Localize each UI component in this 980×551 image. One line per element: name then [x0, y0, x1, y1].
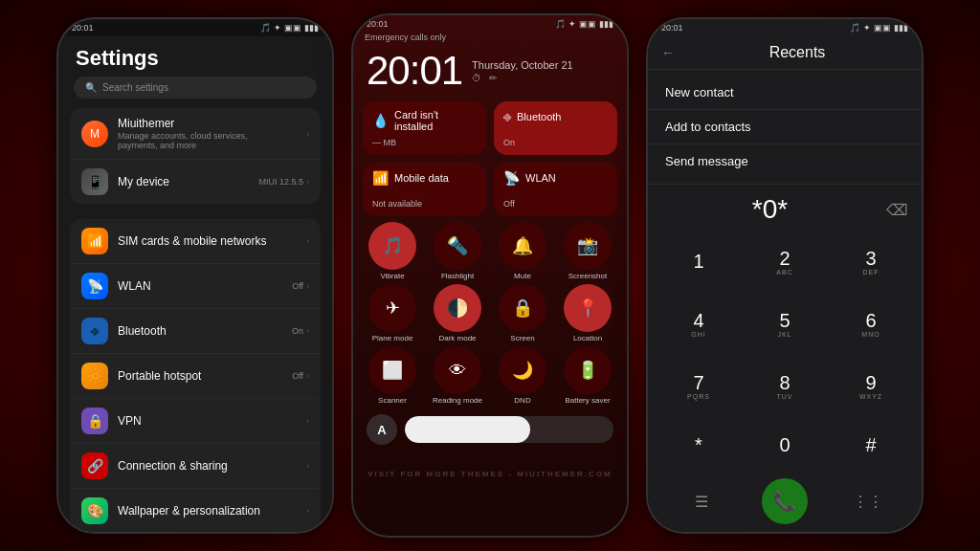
account-item[interactable]: M Miuithemer Manage accounts, cloud serv…	[70, 108, 321, 160]
key-9[interactable]: 9WXYZ	[828, 355, 914, 417]
status-icons-left: 🎵 ✦ ▣▣ ▮▮▮	[260, 23, 319, 33]
reading-btn[interactable]: 👁	[434, 346, 481, 394]
my-device-item[interactable]: 📱 My device MIUI 12.5.5 ›	[70, 160, 321, 204]
location-item: 📍 Location	[558, 284, 617, 342]
bluetooth-label: Bluetooth	[118, 324, 282, 338]
key-4[interactable]: 4GHI	[656, 293, 742, 355]
settings-phone: 20:01 🎵 ✦ ▣▣ ▮▮▮ Settings 🔍 Search setti…	[56, 17, 334, 534]
key-5[interactable]: 5JKL	[742, 293, 828, 355]
brightness-track[interactable]	[405, 416, 613, 443]
screenshot-btn[interactable]: 📸	[564, 222, 612, 270]
wlan-item[interactable]: 📡 WLAN Off›	[70, 264, 321, 309]
dialer-number: *0*	[661, 194, 879, 225]
key-1[interactable]: 1	[656, 231, 742, 293]
mute-btn[interactable]: 🔔	[499, 222, 546, 270]
settings-screen: Settings 🔍 Search settings M Miuithemer …	[58, 36, 332, 532]
flashlight-label: Flashlight	[441, 272, 474, 280]
darkmode-btn[interactable]: 🌓	[434, 284, 481, 332]
data-tile-sub: — MB	[372, 138, 477, 147]
dnd-label: DND	[514, 396, 530, 405]
mute-item: 🔔 Mute	[493, 222, 552, 280]
key-6[interactable]: 6MNO	[828, 293, 914, 355]
call-button[interactable]: 📞	[762, 478, 808, 524]
vpn-icon: 🔒	[81, 408, 108, 434]
reading-item: 👁 Reading mode	[428, 346, 487, 405]
status-bar-right: 20:01 🎵 ✦ ▣▣ ▮▮▮	[648, 19, 922, 36]
battery-btn[interactable]: 🔋	[564, 346, 612, 394]
cc-tile-bluetooth[interactable]: ⎆ Bluetooth On	[494, 101, 617, 155]
send-message-option[interactable]: Send message	[648, 144, 922, 178]
reading-label: Reading mode	[433, 396, 482, 405]
brightness-a-icon[interactable]: A	[367, 414, 397, 445]
device-text: My device	[118, 175, 249, 188]
wlan-tile-icon: 📡	[503, 170, 520, 186]
key-8[interactable]: 8TUV	[742, 355, 828, 417]
sim-item[interactable]: 📶 SIM cards & mobile networks ›	[70, 219, 321, 264]
recents-title: Recents	[686, 44, 908, 61]
flashlight-item: 🔦 Flashlight	[428, 222, 487, 280]
dnd-item: 🌙 DND	[493, 346, 552, 405]
flashlight-btn[interactable]: 🔦	[434, 222, 481, 270]
account-text: Miuithemer Manage accounts, cloud servic…	[118, 117, 297, 150]
account-sub: Manage accounts, cloud services,payments…	[118, 131, 297, 150]
search-bar[interactable]: 🔍 Search settings	[74, 77, 317, 99]
location-btn[interactable]: 📍	[564, 284, 612, 332]
key-hash[interactable]: #	[828, 417, 914, 473]
wallpaper-item[interactable]: 🎨 Wallpaper & personalization ›	[70, 489, 321, 532]
hotspot-item[interactable]: 🔆 Portable hotspot Off›	[70, 354, 321, 399]
scanner-label: Scanner	[378, 396, 407, 405]
connection-icon: 🔗	[81, 452, 108, 479]
cc-tile-data[interactable]: 💧 Card isn't installed — MB	[363, 101, 486, 155]
back-button[interactable]: ←	[661, 45, 675, 60]
bluetooth-tile-icon: ⎆	[503, 109, 511, 124]
key-star[interactable]: *	[656, 417, 742, 473]
key-7[interactable]: 7PQRS	[656, 355, 742, 417]
watermark: VISIT FOR MORE THEMES - MIUITHEMER.COM	[353, 470, 627, 478]
connection-text: Connection & sharing	[118, 459, 297, 473]
dialer-phone: 20:01 🎵 ✦ ▣▣ ▮▮▮ ← Recents New contact A…	[646, 17, 924, 534]
cc-tile-wlan[interactable]: 📡 WLAN Off	[494, 163, 617, 216]
add-to-contacts-option[interactable]: Add to contacts	[648, 110, 922, 144]
cc-date-col: Thursday, October 21 ⏱ ✏	[472, 59, 573, 83]
key-3[interactable]: 3DEF	[828, 231, 914, 293]
cc-tile-mobile[interactable]: 📶 Mobile data Not available	[363, 163, 486, 216]
dialer-display: *0* ⌫	[648, 185, 922, 231]
cc-quick-row2: ✈ Plane mode 🌓 Dark mode 🔒 Screen 📍 Loca…	[353, 280, 627, 342]
vpn-text: VPN	[118, 414, 297, 428]
status-icons-right: 🎵 ✦ ▣▣ ▮▮▮	[850, 23, 908, 33]
cc-tiles: 💧 Card isn't installed — MB ⎆ Bluetooth …	[353, 101, 627, 216]
vpn-label: VPN	[118, 414, 297, 428]
key-2[interactable]: 2ABC	[742, 231, 828, 293]
settings-title: Settings	[58, 36, 332, 77]
bluetooth-tile-title: Bluetooth	[517, 111, 561, 122]
wallpaper-label: Wallpaper & personalization	[118, 504, 297, 518]
dialpad-icon[interactable]: ⋮⋮	[849, 493, 887, 511]
vpn-item[interactable]: 🔒 VPN ›	[70, 399, 321, 444]
bluetooth-item[interactable]: ⎆ Bluetooth On›	[70, 309, 321, 354]
screen-btn[interactable]: 🔒	[499, 284, 546, 332]
dialer-grid: 1 2ABC 3DEF 4GHI 5JKL 6MNO 7PQRS 8TUV 9W…	[648, 231, 922, 473]
wlan-tile-sub: Off	[503, 199, 608, 209]
control-center-phone: 20:01 🎵 ✦ ▣▣ ▮▮▮ Emergency calls only 20…	[351, 13, 629, 538]
vibrate-btn[interactable]: 🎵	[368, 222, 416, 270]
dnd-btn[interactable]: 🌙	[499, 346, 546, 394]
new-contact-option[interactable]: New contact	[648, 76, 922, 110]
wallpaper-text: Wallpaper & personalization	[118, 504, 297, 518]
middle-screen: 20:01 🎵 ✦ ▣▣ ▮▮▮ Emergency calls only 20…	[353, 15, 627, 536]
key-0[interactable]: 0	[742, 417, 828, 473]
status-bar-left: 20:01 🎵 ✦ ▣▣ ▮▮▮	[58, 19, 332, 36]
scanner-btn[interactable]: ⬜	[368, 346, 416, 394]
screen-item: 🔒 Screen	[493, 284, 552, 342]
bluetooth-icon: ⎆	[81, 318, 108, 344]
menu-icon[interactable]: ☰	[682, 493, 721, 511]
avatar: M	[81, 121, 108, 147]
recents-options: New contact Add to contacts Send message	[648, 70, 922, 185]
delete-button[interactable]: ⌫	[886, 201, 908, 219]
mobile-tile-icon: 📶	[372, 170, 389, 186]
mobile-tile-sub: Not available	[372, 199, 477, 209]
wlan-value: Off›	[292, 281, 309, 291]
connection-item[interactable]: 🔗 Connection & sharing ›	[70, 444, 321, 489]
account-chevron: ›	[306, 129, 309, 139]
sim-text: SIM cards & mobile networks	[118, 234, 297, 248]
plane-btn[interactable]: ✈	[368, 284, 416, 332]
